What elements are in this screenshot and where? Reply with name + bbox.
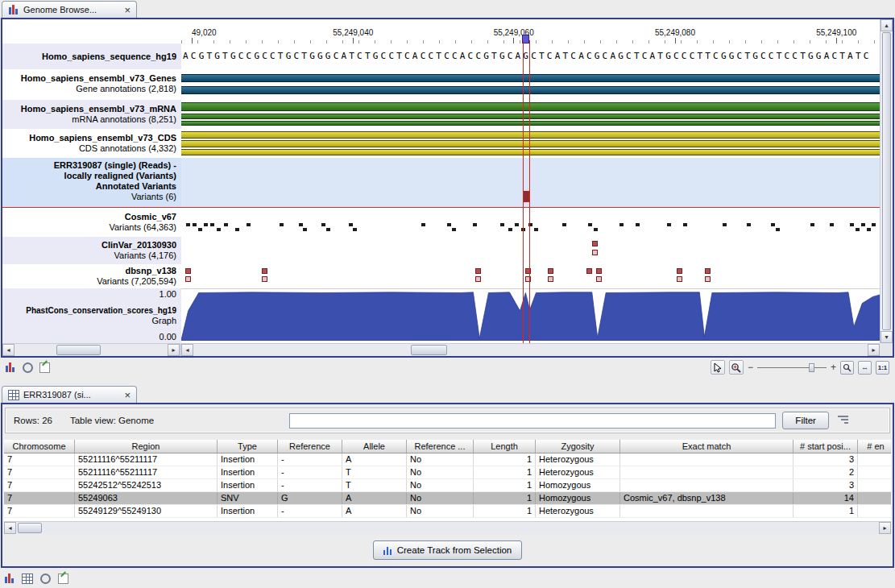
cosmic-variant-mark[interactable] bbox=[500, 223, 504, 226]
cosmic-variant-mark[interactable] bbox=[204, 223, 208, 226]
mrna-annotation-bar[interactable] bbox=[181, 121, 880, 126]
cosmic-variant-mark[interactable] bbox=[473, 223, 477, 226]
cosmic-variant-mark[interactable] bbox=[447, 223, 451, 226]
clinvar-variant-mark[interactable] bbox=[592, 250, 598, 255]
conservation-graph[interactable] bbox=[181, 288, 880, 343]
cosmic-variant-mark[interactable] bbox=[303, 228, 307, 231]
cds-annotation-bar[interactable] bbox=[181, 131, 880, 139]
gene-annotation-bar[interactable] bbox=[181, 74, 880, 82]
scroll-left-button[interactable]: ◂ bbox=[181, 344, 193, 356]
tab-close-icon[interactable]: × bbox=[124, 391, 131, 400]
table-cell[interactable]: - bbox=[278, 453, 342, 466]
show-info-icon[interactable] bbox=[38, 361, 51, 374]
table-cell[interactable]: 55211116^55211117 bbox=[75, 466, 218, 478]
cosmic-variant-mark[interactable] bbox=[452, 228, 456, 231]
table-cell[interactable]: A bbox=[342, 453, 407, 466]
scroll-left-button[interactable]: ◂ bbox=[4, 522, 16, 534]
filter-button[interactable]: Filter bbox=[782, 412, 829, 429]
table-row[interactable]: 755249063SNVGANo1HomozygousCosmic_v67, d… bbox=[4, 492, 891, 505]
cosmic-variant-mark[interactable] bbox=[421, 223, 425, 226]
table-cell[interactable]: 1 bbox=[474, 505, 536, 517]
table-row[interactable]: 755211116^55211117Insertion-TNo1Heterozy… bbox=[4, 466, 891, 479]
zoom-out-button[interactable]: − bbox=[748, 362, 753, 373]
advanced-filter-icon[interactable] bbox=[835, 414, 850, 427]
table-cell[interactable] bbox=[620, 505, 793, 517]
table-cell[interactable]: 3 bbox=[793, 479, 858, 491]
show-overview-icon[interactable] bbox=[21, 361, 34, 374]
table-cell[interactable]: 7 bbox=[4, 466, 75, 478]
table-cell[interactable]: No bbox=[407, 466, 474, 478]
cosmic-variant-mark[interactable] bbox=[321, 223, 325, 226]
cosmic-variant-mark[interactable] bbox=[349, 223, 353, 226]
table-cell[interactable]: 55211116^55211117 bbox=[75, 453, 218, 466]
table-cell[interactable]: A bbox=[342, 505, 407, 517]
genes-track-content[interactable] bbox=[181, 69, 880, 100]
zoom-tool-button[interactable] bbox=[729, 360, 744, 375]
cosmic-variant-mark[interactable] bbox=[747, 223, 751, 226]
clinvar-variant-mark[interactable] bbox=[592, 241, 598, 246]
show-info-icon[interactable] bbox=[56, 572, 69, 585]
table-cell[interactable]: Insertion bbox=[218, 479, 278, 491]
cosmic-variant-mark[interactable] bbox=[667, 223, 671, 226]
tab-close-icon[interactable]: × bbox=[124, 6, 131, 14]
table-cell[interactable]: Insertion bbox=[218, 466, 278, 478]
cosmic-variant-mark[interactable] bbox=[562, 223, 566, 226]
column-header[interactable]: Allele bbox=[342, 440, 407, 453]
cosmic-variant-mark[interactable] bbox=[528, 223, 532, 226]
mrna-track-content[interactable] bbox=[181, 100, 880, 129]
table-cell[interactable]: Homozygous bbox=[536, 479, 620, 491]
table-cell[interactable]: No bbox=[407, 505, 474, 517]
dbsnp-variant-mark[interactable] bbox=[185, 276, 191, 282]
table-cell[interactable]: No bbox=[407, 492, 474, 504]
cosmic-variant-mark[interactable] bbox=[771, 223, 775, 226]
show-overview-icon[interactable] bbox=[39, 572, 52, 585]
table-cell[interactable] bbox=[620, 466, 793, 478]
cosmic-variant-mark[interactable] bbox=[830, 223, 834, 226]
table-cell[interactable] bbox=[858, 453, 891, 466]
column-header[interactable]: Zygosity bbox=[536, 440, 620, 453]
table-cell[interactable]: 7 bbox=[4, 492, 75, 504]
table-cell[interactable]: 2 bbox=[793, 466, 858, 478]
cosmic-variant-mark[interactable] bbox=[186, 223, 190, 226]
column-header[interactable]: Length bbox=[474, 440, 536, 453]
annotated-variant-mark[interactable] bbox=[523, 191, 530, 202]
cosmic-variant-mark[interactable] bbox=[534, 228, 538, 231]
cosmic-variant-mark[interactable] bbox=[850, 223, 854, 226]
zoom-selection-button[interactable] bbox=[840, 361, 854, 375]
table-cell[interactable]: 55249063 bbox=[75, 492, 218, 504]
table-row[interactable]: 755249129^55249130Insertion-ANo1Heterozy… bbox=[4, 505, 891, 518]
cosmic-variant-mark[interactable] bbox=[326, 228, 330, 231]
cosmic-track-content[interactable] bbox=[181, 208, 880, 237]
table-cell[interactable] bbox=[858, 492, 891, 504]
cosmic-variant-mark[interactable] bbox=[508, 228, 512, 231]
table-cell[interactable] bbox=[858, 505, 891, 517]
table-cell[interactable]: 1 bbox=[474, 466, 536, 478]
cosmic-variant-mark[interactable] bbox=[217, 228, 221, 231]
table-cell[interactable]: T bbox=[342, 479, 407, 491]
show-trackview-icon[interactable] bbox=[4, 361, 17, 374]
table-cell[interactable]: 1 bbox=[474, 479, 536, 491]
cosmic-variant-mark[interactable] bbox=[594, 228, 598, 231]
scroll-up-button[interactable]: ▴ bbox=[880, 19, 893, 31]
table-cell[interactable]: Homozygous bbox=[536, 492, 620, 504]
cosmic-variant-mark[interactable] bbox=[872, 223, 876, 226]
table-cell[interactable] bbox=[858, 479, 891, 491]
cosmic-variant-mark[interactable] bbox=[619, 223, 624, 226]
table-row[interactable]: 755242512^55242513Insertion-TNo1Homozygo… bbox=[4, 479, 891, 492]
position-ruler[interactable]: 49,02055,249,04055,249,06055,249,08055,2… bbox=[181, 19, 880, 43]
scroll-left-button[interactable]: ◂ bbox=[2, 344, 15, 356]
table-cell[interactable]: 1 bbox=[793, 505, 858, 517]
cosmic-variant-mark[interactable] bbox=[723, 223, 727, 226]
table-cell[interactable]: 7 bbox=[4, 505, 75, 517]
column-header[interactable]: Exact match bbox=[620, 440, 793, 453]
cosmic-variant-mark[interactable] bbox=[867, 228, 871, 231]
dbsnp-track-content[interactable] bbox=[181, 264, 880, 288]
dbsnp-variant-mark[interactable] bbox=[596, 268, 602, 274]
scroll-right-button[interactable]: ▸ bbox=[879, 522, 891, 534]
table-cell[interactable]: A bbox=[342, 492, 407, 504]
cds-annotation-bar[interactable] bbox=[181, 149, 880, 155]
table-cell[interactable]: Heterozygous bbox=[536, 453, 620, 466]
vertical-scrollbar[interactable]: ▴ ▾ bbox=[880, 19, 893, 343]
scroll-down-button[interactable]: ▾ bbox=[880, 331, 893, 343]
table-cell[interactable]: Cosmic_v67, dbsnp_v138 bbox=[620, 492, 793, 504]
